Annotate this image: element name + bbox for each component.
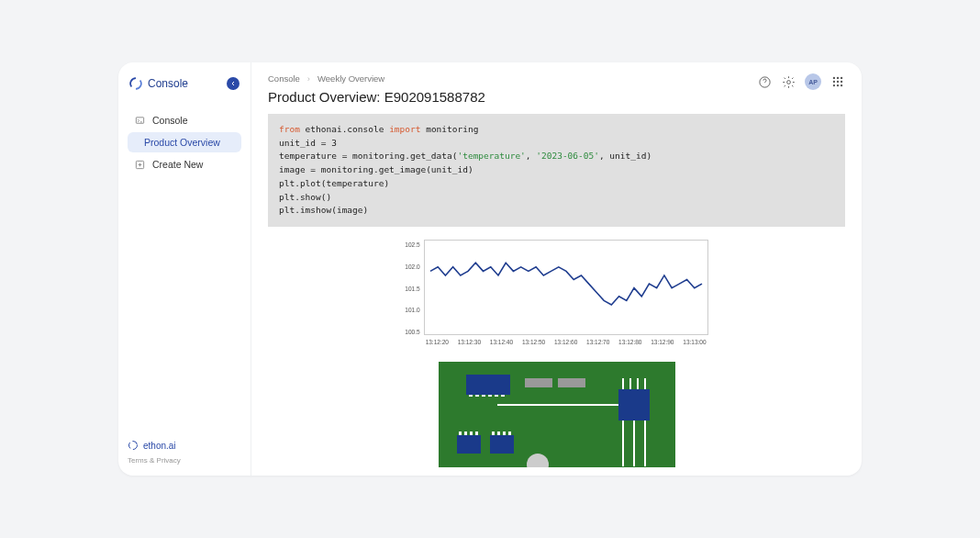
temperature-chart: 102.5102.0101.5101.0100.5 13:12:2013:12:…	[405, 240, 707, 345]
x-tick: 13:12:70	[586, 339, 609, 345]
code-block: from ethonai.console import monitoring u…	[268, 114, 845, 227]
svg-point-13	[841, 84, 842, 86]
console-icon	[135, 116, 145, 126]
y-tick: 101.5	[405, 286, 419, 292]
chevron-right-icon: ›	[307, 73, 310, 84]
settings-button[interactable]	[781, 74, 796, 89]
topbar: Console › Weekly Overview Product Overvi…	[251, 62, 862, 114]
page-title: Product Overview: E902091588782	[268, 89, 485, 105]
sidebar-item-console[interactable]: Console	[128, 110, 241, 130]
svg-point-11	[833, 84, 835, 86]
app-logo: Console	[129, 77, 188, 90]
apps-button[interactable]	[830, 74, 845, 89]
svg-rect-0	[136, 117, 143, 122]
svg-point-7	[841, 77, 842, 79]
chevron-left-icon	[229, 80, 237, 87]
create-icon	[135, 160, 145, 170]
nav-list: Console Product Overview Create New	[128, 110, 241, 174]
x-tick: 13:12:80	[618, 339, 641, 345]
svg-point-2	[129, 442, 138, 450]
plot-area	[424, 240, 708, 335]
terms-privacy-link[interactable]: Terms & Privacy	[128, 456, 241, 465]
avatar[interactable]: AP	[805, 73, 821, 90]
svg-point-6	[837, 77, 839, 79]
sidebar-item-create-new[interactable]: Create New	[128, 154, 241, 174]
y-tick: 100.5	[405, 329, 419, 335]
top-actions: AP	[757, 73, 845, 90]
pcb-image	[439, 362, 675, 467]
gear-icon	[782, 75, 796, 89]
sidebar-item-label: Console	[152, 115, 188, 126]
sidebar-item-label: Create New	[152, 159, 203, 170]
x-tick: 13:13:00	[683, 339, 706, 345]
sidebar-item-label: Product Overview	[144, 137, 220, 148]
breadcrumb: Console › Weekly Overview	[268, 73, 485, 84]
line-series	[425, 241, 707, 335]
breadcrumb-item[interactable]: Weekly Overview	[317, 73, 384, 84]
sidebar: Console Console Product Overview Create …	[118, 62, 251, 476]
sidebar-collapse-button[interactable]	[227, 77, 239, 90]
y-tick: 102.5	[405, 241, 419, 248]
main-content: Console › Weekly Overview Product Overvi…	[251, 62, 862, 476]
logo-icon	[129, 77, 142, 90]
x-tick: 13:12:50	[522, 339, 545, 345]
x-tick: 13:12:30	[458, 339, 481, 345]
footer-brand-text: ethon.ai	[143, 441, 176, 451]
breadcrumb-item[interactable]: Console	[268, 73, 300, 84]
help-icon	[758, 75, 772, 89]
sidebar-footer: ethon.ai Terms & Privacy	[128, 440, 241, 465]
y-tick: 101.0	[405, 307, 419, 313]
content-area: from ethonai.console import monitoring u…	[251, 114, 862, 476]
y-axis: 102.5102.0101.5101.0100.5	[405, 240, 419, 335]
logo-section: Console	[128, 73, 241, 94]
help-button[interactable]	[757, 74, 772, 89]
svg-point-8	[833, 81, 835, 83]
footer-brand: ethon.ai	[128, 440, 241, 451]
svg-point-5	[833, 77, 835, 79]
svg-point-4	[786, 80, 790, 84]
x-axis: 13:12:2013:12:3013:12:4013:12:5013:12:60…	[424, 339, 708, 345]
svg-point-9	[837, 81, 839, 83]
svg-point-10	[841, 81, 842, 83]
header-left: Console › Weekly Overview Product Overvi…	[268, 73, 485, 105]
app-window: Console Console Product Overview Create …	[118, 62, 862, 476]
x-tick: 13:12:40	[490, 339, 513, 345]
sidebar-item-product-overview[interactable]: Product Overview	[128, 132, 241, 152]
apps-grid-icon	[831, 75, 844, 88]
y-tick: 102.0	[405, 263, 419, 270]
x-tick: 13:12:90	[651, 339, 674, 345]
logo-text: Console	[148, 77, 188, 90]
svg-point-12	[837, 84, 839, 86]
x-tick: 13:12:60	[554, 339, 577, 345]
brand-icon	[128, 440, 139, 451]
x-tick: 13:12:20	[426, 339, 449, 345]
